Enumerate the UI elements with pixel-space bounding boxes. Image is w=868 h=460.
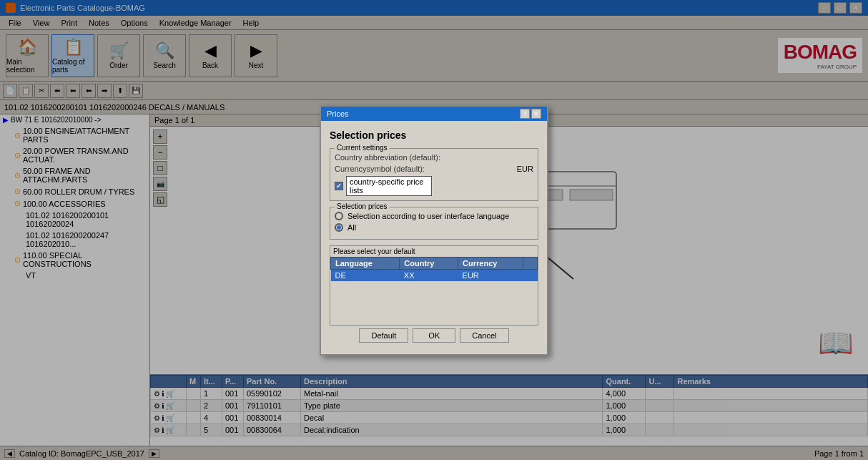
selection-prices-section: Selection prices Selection according to … (330, 207, 538, 240)
default-button[interactable]: Default (359, 328, 408, 343)
radio-label-2: All (347, 223, 356, 232)
country-price-label: country-specific price lists (346, 176, 432, 196)
radio-row-1: Selection according to user interface la… (335, 212, 533, 220)
currency-row: Currencysymbol (default): EUR (335, 165, 533, 173)
country-abbr-row: Country abbreviation (default): (335, 153, 533, 162)
lang-de: DE (331, 269, 400, 281)
col-extra (523, 257, 538, 269)
current-settings-section: Current settings Country abbreviation (d… (330, 148, 538, 201)
checkbox-row: ✓ country-specific price lists (335, 176, 533, 196)
modal-overlay: Prices ? ✕ Selection prices Current sett… (0, 0, 868, 460)
default-selection-section: Please select your default Language Coun… (330, 245, 538, 326)
modal-close-button[interactable]: ✕ (531, 109, 541, 119)
selection-prices-label: Selection prices (335, 202, 390, 210)
current-settings-label: Current settings (335, 144, 390, 152)
language-row[interactable]: DE XX EUR (331, 269, 538, 281)
col-country: Country (400, 257, 458, 269)
modal-buttons: Default OK Cancel (330, 326, 538, 346)
col-currency: Currency (458, 257, 523, 269)
radio-all[interactable] (335, 223, 343, 232)
cancel-button[interactable]: Cancel (460, 328, 508, 343)
modal-title-controls[interactable]: ? ✕ (520, 109, 541, 119)
language-row-empty (331, 281, 538, 324)
col-language: Language (331, 257, 400, 269)
language-table: Language Country Currency DE XX EUR (330, 257, 538, 325)
default-selection-label: Please select your default (330, 246, 538, 257)
country-price-checkbox[interactable]: ✓ (335, 182, 343, 190)
prices-modal: Prices ? ✕ Selection prices Current sett… (320, 105, 548, 356)
modal-body: Selection prices Current settings Countr… (321, 121, 547, 354)
radio-row-2: All (335, 223, 533, 232)
checkbox-check-icon: ✓ (336, 182, 342, 190)
radio-by-language[interactable] (335, 212, 343, 220)
radio-label-1: Selection according to user interface la… (347, 212, 509, 220)
currency-label: Currencysymbol (default): (335, 165, 425, 173)
country-abbr-label: Country abbreviation (default): (335, 153, 440, 162)
currency-eur: EUR (458, 269, 523, 281)
modal-heading: Selection prices (330, 129, 538, 141)
country-xx: XX (400, 269, 458, 281)
modal-title: Prices (327, 109, 349, 118)
currency-value: EUR (517, 165, 533, 173)
ok-button[interactable]: OK (413, 328, 455, 343)
row-extra (523, 269, 538, 281)
modal-title-bar: Prices ? ✕ (321, 107, 547, 121)
modal-help-button[interactable]: ? (520, 109, 530, 119)
